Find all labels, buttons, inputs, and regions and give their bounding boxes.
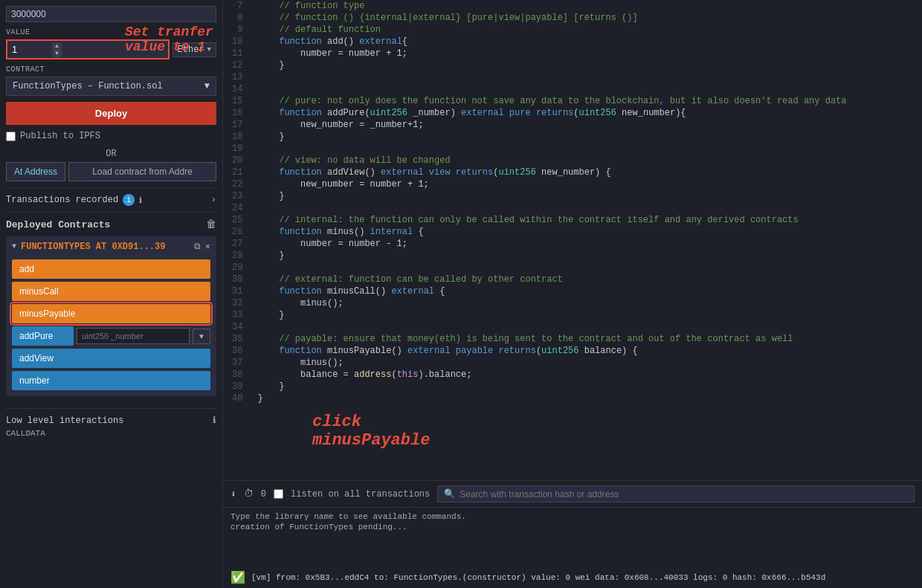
addpure-row: addPure ▼ bbox=[12, 326, 210, 346]
ether-select[interactable]: Ether ▼ bbox=[173, 42, 216, 57]
transactions-label: Transactions recorded bbox=[6, 195, 118, 205]
gas-input-wrap[interactable] bbox=[6, 6, 216, 22]
minuspayable-function-button[interactable]: minusPayable bbox=[12, 304, 210, 323]
contract-label: CONTRACT bbox=[6, 65, 216, 74]
publish-label: Publish to IPFS bbox=[20, 131, 100, 141]
calldata-label: CALLDATA bbox=[6, 429, 216, 438]
code-line: 20 // view: no data will be changed bbox=[223, 155, 922, 167]
console-log: Type the library name to see available c… bbox=[223, 508, 922, 567]
deployed-section: Deployed Contracts 🗑 ▼ FUNCTIONTYPES AT … bbox=[6, 212, 216, 402]
spinner-up-icon[interactable]: ▲ bbox=[55, 42, 59, 50]
code-line: 39 } bbox=[223, 381, 922, 392]
instance-name: FUNCTIONTYPES AT 0XD91...39 bbox=[21, 242, 190, 252]
low-level-section: Low level interactions ℹ CALLDATA bbox=[6, 408, 216, 438]
contract-instance-header[interactable]: ▼ FUNCTIONTYPES AT 0XD91...39 ⧉ ✕ bbox=[6, 236, 216, 256]
value-label: VALUE bbox=[6, 28, 216, 36]
code-line: 25 // internal: the function can only be… bbox=[223, 214, 922, 226]
value-input-wrap: ▲ ▼ bbox=[6, 39, 170, 59]
code-line: 34 bbox=[223, 321, 922, 333]
trash-icon[interactable]: 🗑 bbox=[206, 219, 216, 230]
code-line: 13 bbox=[223, 71, 922, 83]
code-line: 32 minus(); bbox=[223, 297, 922, 309]
tx-count-badge: 1 bbox=[123, 194, 135, 206]
deploy-button[interactable]: Deploy bbox=[6, 102, 216, 125]
right-panel: click minusPayable 7 // function type8 /… bbox=[223, 0, 922, 588]
code-line: 24 bbox=[223, 202, 922, 214]
code-line: 33 } bbox=[223, 309, 922, 321]
contract-buttons: add minusCall minusPayable addPure ▼ add… bbox=[6, 256, 216, 396]
addpure-chevron-button[interactable]: ▼ bbox=[193, 329, 210, 344]
ether-chevron-icon: ▼ bbox=[207, 46, 211, 54]
code-line: 37 minus(); bbox=[223, 357, 922, 369]
publish-row: Publish to IPFS bbox=[6, 131, 216, 141]
console-toggle-icon[interactable]: ⬇ bbox=[230, 488, 236, 500]
low-level-info-icon[interactable]: ℹ bbox=[213, 415, 216, 426]
code-line: 15 // pure: not only does the function n… bbox=[223, 95, 922, 107]
code-line: 9 // default function bbox=[223, 24, 922, 36]
copy-icon[interactable]: ⧉ bbox=[194, 242, 201, 252]
minuscall-function-button[interactable]: minusCall bbox=[12, 282, 210, 301]
addpure-input[interactable] bbox=[77, 328, 190, 344]
code-line: 28 } bbox=[223, 250, 922, 262]
code-line: 30 // external: function can be called b… bbox=[223, 274, 922, 285]
value-spinner[interactable]: ▲ ▼ bbox=[52, 42, 62, 57]
contract-instance: ▼ FUNCTIONTYPES AT 0XD91...39 ⧉ ✕ add mi… bbox=[6, 236, 216, 396]
load-contract-button[interactable]: Load contract from Addre bbox=[68, 162, 216, 181]
add-function-button[interactable]: add bbox=[12, 259, 210, 279]
code-line: 29 bbox=[223, 262, 922, 274]
left-panel: VALUE ▲ ▼ Ether ▼ Set tranfer value to 1… bbox=[0, 0, 223, 588]
code-line: 38 balance = address(this).balance; bbox=[223, 369, 922, 381]
code-line: 35 // payable: ensure that money(eth) is… bbox=[223, 333, 922, 345]
deployed-header: Deployed Contracts 🗑 bbox=[6, 219, 216, 230]
spinner-down-icon[interactable]: ▼ bbox=[55, 50, 59, 57]
code-area[interactable]: 7 // function type8 // function () {inte… bbox=[223, 0, 922, 480]
value-input[interactable] bbox=[7, 41, 52, 58]
instance-chevron-icon: ▼ bbox=[12, 242, 16, 251]
log-line-1: Type the library name to see available c… bbox=[230, 512, 915, 521]
success-row: ✅ [vm] from: 0x5B3...eddC4 to: FunctionT… bbox=[223, 567, 922, 588]
tx-arrow-icon: › bbox=[211, 195, 216, 205]
code-line: 27 number = number - 1; bbox=[223, 238, 922, 250]
gas-input[interactable] bbox=[11, 9, 71, 19]
code-line: 40} bbox=[223, 392, 922, 404]
gas-section bbox=[6, 6, 216, 22]
success-text: [vm] from: 0x5B3...eddC4 to: FunctionTyp… bbox=[251, 573, 825, 582]
code-line: 14 bbox=[223, 83, 922, 95]
code-line: 11 number = number + 1; bbox=[223, 48, 922, 59]
contract-name: FunctionTypes – Function.sol bbox=[13, 81, 163, 91]
code-line: 36 function minusPayable() external paya… bbox=[223, 345, 922, 357]
value-section: VALUE ▲ ▼ Ether ▼ bbox=[6, 28, 216, 59]
listen-label: listen on all transactions bbox=[291, 489, 430, 500]
publish-checkbox[interactable] bbox=[6, 132, 16, 141]
search-icon: 🔍 bbox=[444, 488, 455, 500]
low-level-title: Low level interactions bbox=[6, 416, 123, 426]
success-icon: ✅ bbox=[230, 570, 245, 585]
contract-select[interactable]: FunctionTypes – Function.sol ▼ bbox=[6, 77, 216, 96]
number-function-button[interactable]: number bbox=[12, 371, 210, 390]
address-row: At Address Load contract from Addre bbox=[6, 162, 216, 181]
addpure-function-button[interactable]: addPure bbox=[12, 326, 74, 346]
code-line: 16 function addPure(uint256 _number) ext… bbox=[223, 107, 922, 119]
transactions-section[interactable]: Transactions recorded 1 ℹ › bbox=[6, 187, 216, 212]
code-line: 23 } bbox=[223, 190, 922, 202]
code-line: 19 bbox=[223, 143, 922, 155]
contract-section: CONTRACT FunctionTypes – Function.sol ▼ bbox=[6, 65, 216, 96]
code-line: 8 // function () {internal|external} [pu… bbox=[223, 12, 922, 24]
console-toolbar: ⬇ ⏱ 0 listen on all transactions 🔍 bbox=[223, 481, 922, 508]
console-clock-icon[interactable]: ⏱ bbox=[244, 488, 254, 500]
code-line: 22 new_number = number + 1; bbox=[223, 178, 922, 190]
console-area: ⬇ ⏱ 0 listen on all transactions 🔍 Type … bbox=[223, 480, 922, 588]
deployed-title: Deployed Contracts bbox=[6, 219, 110, 230]
low-level-header: Low level interactions ℹ bbox=[6, 415, 216, 426]
code-table: 7 // function type8 // function () {inte… bbox=[223, 0, 922, 404]
addview-function-button[interactable]: addView bbox=[12, 349, 210, 368]
at-address-button[interactable]: At Address bbox=[6, 162, 65, 181]
code-line: 17 new_number = _number+1; bbox=[223, 119, 922, 131]
search-input[interactable] bbox=[460, 489, 908, 500]
instance-close-icon[interactable]: ✕ bbox=[205, 241, 210, 252]
log-line-2: creation of FunctionTypes pending... bbox=[230, 523, 915, 532]
or-divider: OR bbox=[6, 149, 216, 159]
listen-checkbox[interactable] bbox=[274, 489, 283, 499]
ether-label: Ether bbox=[178, 45, 204, 55]
tx-info-icon[interactable]: ℹ bbox=[139, 196, 142, 205]
